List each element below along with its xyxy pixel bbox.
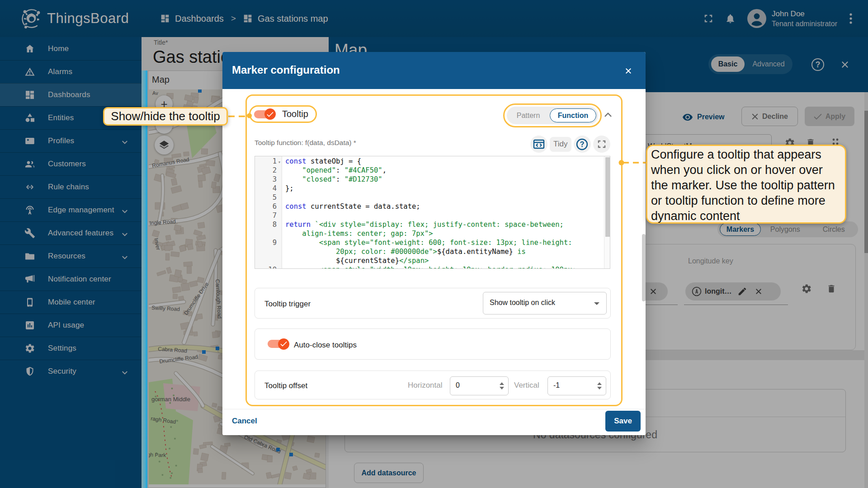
code-line: 20px; color: #000000de">${data.entityNam…: [255, 247, 610, 256]
code-line: 1▾const stateObj = {: [255, 157, 610, 166]
vertical-label: Vertical: [514, 381, 539, 390]
tooltip-trigger-label: Tooltip trigger: [264, 300, 311, 309]
tooltip-toggle-highlight: Tooltip: [249, 105, 317, 123]
tooltip-offset-label: Tooltip offset: [264, 381, 307, 390]
code-line: 4};: [255, 184, 610, 193]
tour-hint-configure: Configure a tooltip that appears when yo…: [646, 145, 846, 224]
dialog-header: Marker configuration: [222, 52, 646, 89]
tooltip-trigger-row: Tooltip trigger Show tooltip on click: [255, 288, 611, 319]
code-line: 9 <span style="font-weight: 600; font-si…: [255, 238, 610, 247]
toggle-check-icon: [278, 338, 289, 350]
stepper-icons[interactable]: [500, 382, 504, 389]
toggle-check-icon: [264, 108, 276, 120]
cancel-button[interactable]: Cancel: [232, 417, 257, 426]
editor-scrollbar[interactable]: [604, 156, 610, 268]
pattern-function-toggle: Pattern Function: [507, 107, 598, 124]
horizontal-label: Horizontal: [408, 381, 443, 390]
code-editor[interactable]: 1▾const stateObj = {2 "opened": "#4CAF50…: [255, 156, 610, 269]
code-editor-toggle-icon[interactable]: [530, 136, 547, 153]
code-help-icon[interactable]: [574, 136, 591, 153]
select-arrow-icon: [594, 302, 599, 305]
code-line: 3 "closed": "#D12730": [255, 175, 610, 184]
horizontal-offset-value: 0: [456, 381, 460, 389]
code-line: 7: [255, 211, 610, 220]
save-button[interactable]: Save: [605, 411, 641, 432]
auto-close-label: Auto-close tooltips: [294, 341, 357, 350]
code-line: 10 <span style="width: 10px; height: 10p…: [255, 265, 610, 269]
thingsboard-app: ThingsBoard Dashboards > Gas stations ma…: [0, 0, 868, 488]
auto-close-row: Auto-close tooltips: [255, 328, 611, 360]
tidy-button[interactable]: Tidy: [550, 137, 571, 152]
marker-configuration-dialog: Marker configuration Tooltip Pattern Fun…: [222, 52, 646, 435]
dialog-scrollbar-thumb[interactable]: [642, 234, 646, 301]
function-button[interactable]: Function: [550, 108, 596, 122]
tooltip-function-label: Tooltip function: f(data, dsData) *: [255, 139, 356, 147]
pattern-function-highlight: Pattern Function: [503, 103, 602, 127]
dialog-close-icon[interactable]: [624, 66, 633, 75]
tooltip-trigger-select[interactable]: Show tooltip on click: [483, 292, 607, 314]
code-line: align-items: center; gap: 7px">: [255, 229, 610, 238]
tooltip-toggle-label: Tooltip: [282, 109, 308, 119]
tooltip-offset-row: Tooltip offset Horizontal 0 Vertical -1: [255, 371, 611, 399]
dialog-footer: Cancel Save: [222, 409, 646, 435]
vertical-offset-input[interactable]: -1: [547, 376, 606, 395]
vertical-offset-value: -1: [553, 381, 560, 389]
code-line: 8return `<div style="display: flex; just…: [255, 220, 610, 229]
auto-close-toggle[interactable]: [268, 340, 288, 348]
code-line: 2 "opened": "#4CAF50",: [255, 166, 610, 175]
tooltip-toggle[interactable]: [254, 110, 274, 118]
stepper-icons[interactable]: [597, 382, 602, 389]
collapse-section-icon[interactable]: [604, 112, 613, 118]
dashboard-edge-strip: [142, 70, 147, 488]
horizontal-offset-input[interactable]: 0: [450, 376, 509, 395]
code-line: 5: [255, 193, 610, 202]
pattern-button[interactable]: Pattern: [507, 112, 550, 120]
code-fullscreen-icon[interactable]: [593, 136, 610, 153]
dialog-title: Marker configuration: [232, 64, 340, 76]
editor-scrollbar-thumb[interactable]: [605, 157, 610, 237]
tooltip-trigger-value: Show tooltip on click: [490, 299, 555, 307]
code-line: ${currentState}</span>: [255, 256, 610, 265]
code-line: 6const currentState = data.state;: [255, 202, 610, 211]
tour-hint-toggle: Show/hide the tooltip: [103, 107, 228, 126]
